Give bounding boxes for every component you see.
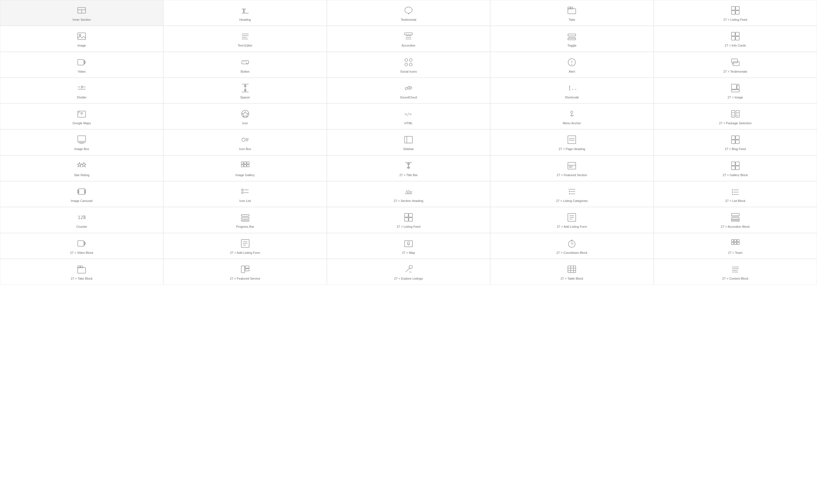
map-icon <box>403 238 414 248</box>
svg-rect-145 <box>731 220 739 221</box>
widget-item-divider[interactable]: Divider <box>0 78 163 103</box>
widget-item-team[interactable]: 27 > Team <box>654 233 817 259</box>
widget-item-video-block[interactable]: 27 > Video Block <box>0 233 163 259</box>
widget-item-star-rating[interactable]: Star Rating <box>0 155 163 181</box>
widget-item-image-box[interactable]: Image Box <box>0 129 163 155</box>
svg-point-33 <box>405 59 407 61</box>
package-selection-icon: $$ <box>730 109 740 119</box>
widget-item-image-27[interactable]: 27 > Image <box>654 78 817 103</box>
widget-item-accordion[interactable]: Accordion <box>327 26 490 52</box>
svg-text:Abc: Abc <box>405 189 413 194</box>
widget-item-testimonial[interactable]: Testimonial <box>327 0 490 26</box>
widget-item-soundcloud[interactable]: SoundCloud <box>327 78 490 103</box>
image-icon <box>77 31 87 41</box>
widget-item-page-heading[interactable]: 27 > Page Heading <box>490 129 653 155</box>
widget-label: Social Icons <box>400 70 417 73</box>
widget-label: Icon Box <box>239 147 251 151</box>
widget-item-listing-categories[interactable]: 27 > Listing Categories <box>490 181 653 207</box>
widget-item-menu-anchor[interactable]: Menu Anchor <box>490 103 653 129</box>
svg-marker-43 <box>82 86 83 88</box>
widget-label: Image Gallery <box>235 173 254 177</box>
widget-label: 27 > Explore Listings <box>394 277 423 280</box>
widget-item-html[interactable]: </>HTML <box>327 103 490 129</box>
widget-item-sidebar[interactable]: Sidebar <box>327 129 490 155</box>
image-27-icon <box>730 83 740 93</box>
svg-rect-18 <box>404 33 413 35</box>
svg-rect-171 <box>568 266 576 273</box>
widget-item-listing-feed-2[interactable]: 27 > Listing Feed <box>327 207 490 233</box>
widget-label: 27 > Listing Feed <box>723 18 747 22</box>
svg-rect-96 <box>247 165 249 167</box>
svg-rect-157 <box>734 240 737 242</box>
widget-item-tabs-block[interactable]: 27 > Tabs Block <box>0 259 163 285</box>
widget-label: Tabs <box>569 18 575 22</box>
widget-item-image-gallery[interactable]: Image Gallery <box>163 155 326 181</box>
svg-point-39 <box>572 64 572 65</box>
svg-rect-85 <box>731 136 735 139</box>
widget-item-package-selection[interactable]: $$27 > Package Selection <box>654 103 817 129</box>
widget-item-shortcode[interactable]: [...]Shortcode <box>490 78 653 103</box>
widget-item-info-cards[interactable]: 27 > Info Cards <box>654 26 817 52</box>
svg-point-114 <box>241 192 243 194</box>
svg-text:$: $ <box>732 114 734 117</box>
widget-item-icon[interactable]: Icon <box>163 103 326 129</box>
widget-item-add-listing-form-1[interactable]: 27 > Add Listing Form <box>490 207 653 233</box>
svg-rect-166 <box>245 266 249 268</box>
widget-item-title-bar[interactable]: 27 > Title Bar <box>327 155 490 181</box>
widget-item-accordion-block[interactable]: 27 > Accordion Block <box>654 207 817 233</box>
soundcloud-icon <box>403 83 414 93</box>
widget-item-toggle[interactable]: Toggle <box>490 26 653 52</box>
svg-point-119 <box>569 191 570 192</box>
widget-item-section-heading[interactable]: Abc27 > Section Heading <box>327 181 490 207</box>
widget-item-listing-feed-1[interactable]: 27 > Listing Feed <box>654 0 817 26</box>
widget-item-gallery-block[interactable]: 27 > Gallery Block <box>654 155 817 181</box>
video-icon <box>77 57 87 67</box>
widget-item-image-carousel[interactable]: Image Carousel <box>0 181 163 207</box>
accordion-block-icon <box>730 212 740 222</box>
widget-label: SoundCloud <box>400 95 417 99</box>
widget-item-add-listing-form-2[interactable]: 27 > Add Listing Form <box>163 233 326 259</box>
widget-label: Accordion <box>402 43 416 47</box>
svg-rect-144 <box>731 218 739 220</box>
add-listing-form-icon <box>567 212 577 222</box>
widget-item-content-block[interactable]: 27 > Content Block <box>654 259 817 285</box>
widget-item-counter[interactable]: 123Counter <box>0 207 163 233</box>
button-icon <box>240 57 250 67</box>
widget-item-video[interactable]: Video <box>0 52 163 78</box>
list-block-icon <box>730 187 740 197</box>
svg-rect-92 <box>244 162 246 164</box>
widget-item-icon-box[interactable]: Icon Box <box>163 129 326 155</box>
widget-item-button[interactable]: Button <box>163 52 326 78</box>
widget-item-featured-section[interactable]: 27 > Featured Section <box>490 155 653 181</box>
widget-item-tabs[interactable]: Tabs <box>490 0 653 26</box>
widget-item-image[interactable]: Image <box>0 26 163 52</box>
widget-label: 27 > Section Heading <box>393 199 424 203</box>
widget-item-social-icons[interactable]: Social Icons <box>327 52 490 78</box>
widget-item-spacer[interactable]: Spacer <box>163 78 326 103</box>
widget-item-blog-feed[interactable]: 27 > Blog Feed <box>654 129 817 155</box>
widget-item-icon-list[interactable]: Icon List <box>163 181 326 207</box>
widget-item-featured-service[interactable]: 27 > Featured Service <box>163 259 326 285</box>
widget-item-explore-listings[interactable]: 27 > Explore Listings <box>327 259 490 285</box>
widget-item-inner-section[interactable]: Inner Section <box>0 0 163 26</box>
widget-item-testimonials[interactable]: 27 > Testimonials <box>654 52 817 78</box>
text-editor-icon <box>240 31 250 41</box>
svg-text:[...]: [...] <box>568 85 576 91</box>
widget-item-countdown-block[interactable]: 27 > Countdown Block <box>490 233 653 259</box>
widget-item-text-editor[interactable]: Text Editor <box>163 26 326 52</box>
widget-item-google-maps[interactable]: Google Maps <box>0 103 163 129</box>
svg-text:123: 123 <box>78 215 86 220</box>
widget-item-alert[interactable]: Alert <box>490 52 653 78</box>
svg-point-125 <box>732 192 733 193</box>
svg-rect-132 <box>241 217 249 219</box>
widget-item-map[interactable]: 27 > Map <box>327 233 490 259</box>
svg-rect-165 <box>241 266 245 273</box>
widget-item-list-block[interactable]: 27 > List Block <box>654 181 817 207</box>
svg-rect-135 <box>409 213 413 217</box>
widget-item-table-block[interactable]: 27 > Table Block <box>490 259 653 285</box>
svg-rect-28 <box>736 36 739 40</box>
widget-item-progress-bar[interactable]: Progress Bar <box>163 207 326 233</box>
widget-item-heading[interactable]: THeading <box>163 0 326 26</box>
svg-rect-73 <box>78 136 86 141</box>
svg-rect-91 <box>241 162 243 164</box>
